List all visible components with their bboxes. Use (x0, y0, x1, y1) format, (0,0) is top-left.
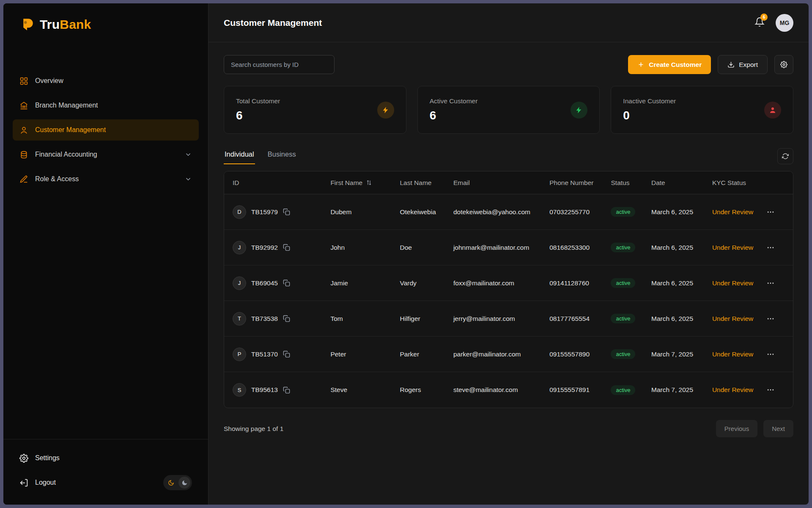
row-menu-button[interactable] (766, 243, 775, 252)
user-icon (19, 126, 28, 135)
copy-icon[interactable] (283, 208, 290, 215)
logout-button[interactable]: Logout (14, 473, 198, 492)
sidebar-item-overview[interactable]: Overview (13, 70, 199, 91)
content: Create Customer Export Total Customer (208, 42, 809, 505)
copy-icon[interactable] (283, 387, 290, 394)
sidebar-item-branch-management[interactable]: Branch Management (13, 95, 199, 116)
table-row[interactable]: J TB69045 Jamie Vardy foxx@mailinator.co… (224, 265, 793, 301)
col-email: Email (448, 179, 544, 187)
phone: 09155557891 (544, 386, 606, 394)
sidebar-item-label: Branch Management (35, 102, 98, 109)
sidebar-footer: Settings Logout (3, 439, 208, 505)
first-name: Dubem (325, 208, 395, 216)
date: March 7, 2025 (646, 351, 707, 358)
phone: 08177765554 (544, 315, 606, 323)
bolt-icon (377, 102, 394, 119)
avatar: P (233, 348, 246, 361)
theme-moon-icon[interactable] (178, 477, 190, 489)
bolt-icon (571, 102, 587, 119)
first-name: John (325, 244, 395, 251)
col-date: Date (646, 179, 707, 187)
status-badge: active (611, 243, 635, 252)
last-name: Rogers (395, 386, 448, 394)
user-avatar[interactable]: MG (776, 14, 793, 32)
row-menu-button[interactable] (766, 208, 775, 216)
search-input[interactable] (224, 55, 335, 74)
stat-value: 6 (236, 109, 280, 122)
table-row[interactable]: T TB73538 Tom Hilfiger jerry@mailinator.… (224, 301, 793, 337)
download-icon (727, 61, 735, 68)
notifications-button[interactable]: 6 (754, 17, 765, 29)
status-badge: active (611, 278, 635, 288)
col-first-name: First Name (325, 179, 395, 187)
sidebar-item-label: Financial Accounting (35, 151, 97, 158)
table-row[interactable]: J TB92992 John Doe johnmark@mailinator.c… (224, 230, 793, 265)
kyc-status: Under Review (707, 208, 758, 216)
stat-value: 0 (623, 109, 676, 122)
sort-icon[interactable] (366, 179, 372, 186)
sidebar-item-financial-accounting[interactable]: Financial Accounting (13, 144, 199, 165)
logout-icon (19, 478, 28, 487)
plus-icon (637, 61, 645, 68)
table-settings-button[interactable] (774, 55, 793, 74)
theme-dark-active-icon[interactable] (165, 477, 177, 489)
customer-id: TB15979 (251, 208, 278, 216)
last-name: Hilfiger (395, 315, 448, 323)
export-button[interactable]: Export (718, 55, 768, 74)
next-page-button[interactable]: Next (763, 420, 793, 437)
page-summary: Showing page 1 of 1 (224, 425, 283, 433)
table-row[interactable]: S TB95613 Steve Rogers steve@mailinator.… (224, 372, 793, 408)
table-header: ID First Name Last Name Email Phone Numb… (224, 171, 793, 194)
create-customer-button[interactable]: Create Customer (628, 55, 711, 74)
settings-button[interactable]: Settings (14, 449, 198, 467)
copy-icon[interactable] (283, 315, 290, 322)
previous-page-button[interactable]: Previous (716, 420, 757, 437)
row-menu-button[interactable] (766, 386, 775, 394)
avatar: J (233, 241, 246, 254)
phone: 09155557890 (544, 351, 606, 358)
copy-icon[interactable] (283, 244, 290, 251)
stat-card-active-customer: Active Customer 6 (417, 86, 600, 134)
settings-label: Settings (35, 454, 60, 462)
tab-business[interactable]: Business (267, 150, 297, 164)
copy-icon[interactable] (283, 351, 290, 358)
copy-icon[interactable] (283, 279, 290, 287)
refresh-button[interactable] (777, 148, 793, 164)
grid-icon (19, 77, 28, 86)
person-icon (764, 102, 781, 119)
main-area: Customer Management 6 MG Create Customer (208, 3, 809, 505)
table-row[interactable]: P TB51370 Peter Parker parker@mailinator… (224, 337, 793, 372)
status-badge: active (611, 314, 635, 323)
phone: 09141128760 (544, 279, 606, 287)
brand-name: TruBank (40, 17, 91, 32)
top-bar: Customer Management 6 MG (208, 3, 809, 42)
date: March 7, 2025 (646, 386, 707, 394)
sidebar-item-customer-management[interactable]: Customer Management (13, 119, 199, 141)
coins-icon (19, 150, 28, 159)
sidebar-nav: Overview Branch Management Customer Mana… (3, 41, 208, 190)
toolbar: Create Customer Export (224, 55, 793, 74)
stat-label: Active Customer (430, 97, 478, 105)
row-menu-button[interactable] (766, 315, 775, 323)
kyc-status: Under Review (707, 279, 758, 287)
last-name: Parker (395, 351, 448, 358)
first-name: Peter (325, 351, 395, 358)
first-name: Tom (325, 315, 395, 323)
last-name: Otekeiwebia (395, 208, 448, 216)
customer-id: TB69045 (251, 279, 278, 287)
role-icon (19, 175, 28, 184)
page-title: Customer Management (224, 18, 322, 28)
sidebar-item-role-access[interactable]: Role & Access (13, 168, 199, 190)
row-menu-button[interactable] (766, 350, 775, 359)
tab-individual[interactable]: Individual (224, 150, 255, 164)
notification-badge: 6 (760, 14, 768, 21)
row-menu-button[interactable] (766, 279, 775, 287)
customer-id: TB95613 (251, 386, 278, 394)
phone: 07032255770 (544, 208, 606, 216)
email: dotekeiwebia@yahoo.com (448, 208, 544, 216)
sidebar-item-label: Role & Access (35, 175, 79, 183)
table-row[interactable]: D TB15979 Dubem Otekeiwebia dotekeiwebia… (224, 194, 793, 230)
last-name: Vardy (395, 279, 448, 287)
first-name: Steve (325, 386, 395, 394)
theme-toggle[interactable] (163, 475, 192, 490)
